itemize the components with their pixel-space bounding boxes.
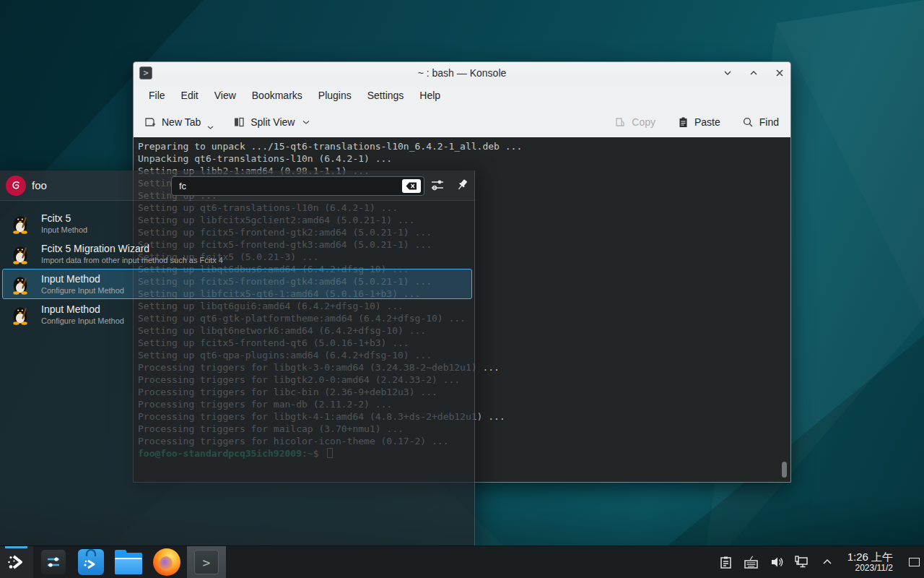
new-tab-label: New Tab: [162, 116, 201, 128]
discover-button[interactable]: [74, 546, 108, 578]
search-result-item[interactable]: Fcitx 5 Migration Wizard Import data fro…: [2, 238, 472, 269]
application-launcher: foo: [0, 171, 475, 545]
clock-date: 2023/11/2: [847, 564, 893, 574]
launcher-header: foo: [0, 171, 474, 201]
application-launcher-button[interactable]: [0, 546, 33, 578]
configure-button[interactable]: [430, 177, 445, 196]
discover-icon: [78, 549, 104, 575]
find-label: Find: [759, 116, 779, 128]
system-settings-button[interactable]: [37, 546, 70, 578]
menu-help[interactable]: Help: [411, 87, 448, 104]
fcitx-penguin-icon: [9, 273, 31, 295]
system-tray: 1:26 上午 2023/11/2: [717, 546, 924, 578]
window-title: ~ : bash — Konsole: [134, 67, 790, 79]
clock-time: 1:26 上午: [847, 551, 893, 563]
search-result-item[interactable]: Fcitx 5 Input Method: [2, 208, 472, 238]
menu-settings[interactable]: Settings: [359, 87, 412, 104]
maximize-button[interactable]: [749, 68, 759, 78]
digital-clock[interactable]: 1:26 上午 2023/11/2: [847, 551, 893, 573]
pin-button[interactable]: [454, 177, 470, 196]
peek-desktop-icon: [909, 558, 920, 566]
search-result-item[interactable]: Input Method Configure Input Method: [2, 299, 472, 329]
terminal-line: Unpacking qt6-translations-l10n (6.4.2-1…: [138, 152, 780, 165]
konsole-task-button[interactable]: >: [187, 546, 226, 578]
firefox-icon: [153, 548, 180, 576]
close-button[interactable]: [775, 68, 785, 78]
result-subtitle: Import data from other input method such…: [41, 255, 223, 265]
paste-label: Paste: [694, 116, 720, 128]
menu-bookmarks[interactable]: Bookmarks: [244, 87, 310, 104]
system-settings-icon: [41, 550, 66, 574]
minimize-button[interactable]: [723, 68, 733, 78]
paste-icon: [677, 116, 689, 129]
menu-view[interactable]: View: [206, 87, 244, 104]
new-tab-icon: [144, 116, 157, 129]
search-input[interactable]: [172, 181, 402, 191]
sliders-icon: [430, 177, 445, 193]
tray-expander-button[interactable]: [818, 553, 837, 571]
plasma-kickoff-icon: [6, 551, 27, 573]
peek-desktop-button[interactable]: [907, 546, 921, 578]
debian-swirl-icon: [9, 179, 22, 192]
copy-button[interactable]: Copy: [614, 116, 655, 129]
chevron-down-icon[interactable]: [302, 119, 310, 125]
find-button[interactable]: Find: [742, 116, 779, 129]
menu-plugins[interactable]: Plugins: [310, 87, 359, 104]
result-subtitle: Configure Input Method: [41, 316, 124, 326]
search-icon: [742, 116, 754, 129]
search-box[interactable]: [171, 176, 424, 196]
user-avatar[interactable]: [6, 176, 26, 196]
clear-search-button[interactable]: [402, 179, 421, 193]
terminal-line: Preparing to unpack .../15-qt6-translati…: [138, 140, 780, 152]
launcher-user-name: foo: [32, 179, 47, 191]
firefox-button[interactable]: [150, 546, 183, 578]
menubar: File Edit View Bookmarks Plugins Setting…: [134, 84, 790, 107]
titlebar[interactable]: ~ : bash — Konsole >: [134, 62, 790, 84]
pin-icon: [454, 177, 470, 193]
copy-label: Copy: [632, 116, 655, 128]
result-title: Input Method: [41, 303, 124, 316]
paste-button[interactable]: Paste: [677, 116, 720, 129]
taskbar: > 1:26 上午 2023/11/2: [0, 545, 924, 578]
menu-edit[interactable]: Edit: [173, 87, 206, 104]
folder-icon: [115, 553, 142, 574]
backspace-icon: [406, 182, 417, 190]
fcitx-penguin-icon: [9, 243, 31, 264]
split-view-icon: [232, 116, 245, 129]
konsole-icon: >: [194, 550, 219, 574]
volume-tray-icon[interactable]: [767, 553, 786, 571]
menu-file[interactable]: File: [141, 87, 173, 104]
result-subtitle: Configure Input Method: [41, 285, 124, 296]
fcitx-penguin-icon: [9, 303, 31, 325]
result-title: Input Method: [41, 273, 124, 285]
new-tab-button[interactable]: New Tab: [144, 116, 212, 129]
clipboard-tray-icon[interactable]: [717, 553, 736, 571]
result-title: Fcitx 5 Migration Wizard: [41, 243, 223, 255]
split-view-label: Split View: [250, 116, 295, 128]
split-view-button[interactable]: Split View: [232, 116, 310, 129]
launcher-active-indicator: [5, 546, 27, 548]
toolbar: New Tab Split View Copy: [134, 107, 790, 137]
chevron-up-icon: [821, 556, 833, 568]
keyboard-tray-icon[interactable]: [742, 553, 761, 571]
copy-icon: [614, 116, 627, 129]
network-tray-icon[interactable]: [793, 553, 811, 571]
result-subtitle: Input Method: [41, 225, 87, 235]
file-manager-button[interactable]: [112, 546, 145, 578]
fcitx-penguin-icon: [9, 212, 31, 234]
search-results: Fcitx 5 Input Method Fcitx 5 Migration W…: [0, 208, 474, 329]
terminal-scrollbar[interactable]: [782, 462, 787, 478]
chevron-down-icon[interactable]: [207, 125, 214, 130]
result-title: Fcitx 5: [41, 212, 87, 225]
search-result-item[interactable]: Input Method Configure Input Method: [2, 269, 472, 299]
